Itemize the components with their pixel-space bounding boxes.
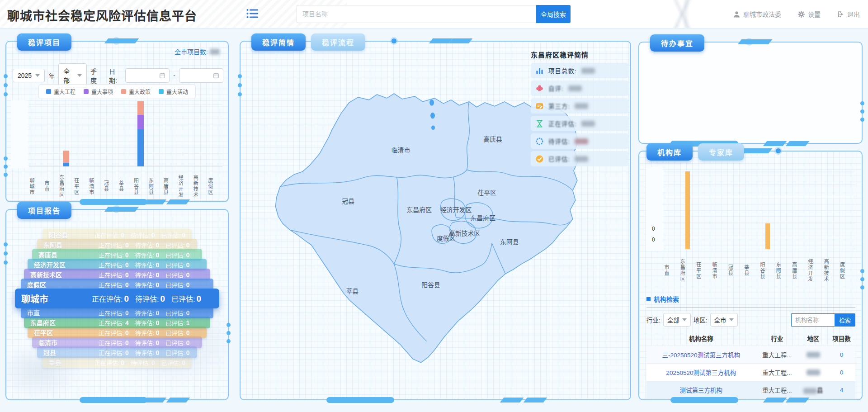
map-district-label[interactable]: 临清市 [392, 147, 410, 154]
org-name-link[interactable]: 20250520测试第三方机构 [666, 369, 736, 376]
map-district-label[interactable]: 东阿县 [500, 238, 519, 246]
tab-expert-library[interactable]: 专家库 [698, 143, 744, 161]
global-search-button[interactable]: 全局搜索 [536, 5, 571, 23]
table-header: 机构名称 [646, 331, 755, 346]
hourglass-icon [535, 119, 544, 128]
banner-region-name: 东昌府区 [30, 318, 85, 327]
search-input[interactable] [297, 5, 536, 23]
date-end-input[interactable] [179, 68, 223, 83]
map-district-label[interactable]: 东昌府区 [470, 215, 495, 222]
org-industry: 重大工程... [755, 381, 798, 399]
date-separator: - [173, 72, 175, 79]
map-district-label[interactable]: 茌平区 [477, 189, 496, 196]
banner-stats: 正在评估:0待评估:0已评估:0 [88, 328, 200, 337]
todo-empty-area [645, 48, 856, 137]
bar-segment [765, 223, 770, 249]
map-district-label[interactable]: 莘县 [346, 288, 359, 295]
map-district-label[interactable]: 经济开发区 [440, 206, 472, 213]
map-district-label[interactable]: 东昌府区 [406, 206, 432, 213]
user-name: 聊城市政法委 [743, 9, 781, 19]
industry-label: 行业: [646, 315, 660, 324]
x-axis-label: 东昌府区 [59, 169, 74, 204]
legend-swatch-icon [84, 89, 89, 94]
citywide-label: 全市项目数: [175, 47, 208, 56]
x-axis-label: 临清市 [712, 252, 727, 289]
x-axis-label: 度假区 [840, 252, 855, 289]
citywide-project-count: 全市项目数: [175, 47, 220, 56]
org-bar-chart: 00市直东昌府区茌平区临清市冠县莘县阳谷县东阿县高唐县经济开发高新技术度假区 [648, 171, 855, 289]
overlay-stat-row: 待评估: [531, 133, 628, 149]
settings-button[interactable]: 设置 [797, 9, 821, 19]
org-region [798, 346, 828, 364]
year-unit-label: 年 [48, 71, 55, 80]
logout-icon [837, 10, 844, 18]
x-axis-label: 阳谷县 [133, 169, 148, 204]
org-table: 机构名称行业地区项目数 三-20250520测试第三方机构重大工程...0202… [646, 331, 855, 398]
map-district-label[interactable]: 冠县 [342, 198, 354, 205]
overlay-stat-row: 正在评估: [531, 116, 628, 131]
banner-region-name: 高唐县 [38, 250, 93, 259]
chevron-down-icon [729, 318, 734, 321]
overlay-stat-label: 项目总数: [548, 66, 577, 75]
banner-stats: 正在评估:0待评估:0已评估:0 [98, 241, 191, 249]
table-row[interactable]: 三-20250520测试第三方机构重大工程...0 [646, 346, 855, 364]
bar-segment [685, 171, 690, 249]
org-name-input[interactable] [791, 313, 835, 327]
logout-button[interactable]: 退出 [837, 9, 860, 19]
panel-title-report: 项目报告 [17, 202, 71, 219]
table-row[interactable]: 20250520测试第三方机构重大工程...0 [646, 364, 855, 381]
banner-stats: 正在评估:0待评估:0已评估:0 [93, 338, 196, 347]
industry-select[interactable]: 全部 [663, 313, 691, 327]
map-district-label[interactable]: 高唐县 [483, 136, 502, 143]
overlay-stat-label: 已评估: [548, 154, 570, 163]
x-axis-label: 东阿县 [148, 169, 163, 204]
date-label: 日期: [109, 66, 122, 85]
year-select[interactable]: 2025 [13, 69, 45, 82]
user-menu[interactable]: 聊城市政法委 [733, 9, 781, 19]
map-district-label[interactable]: 度假区 [437, 235, 456, 242]
edit-icon [535, 102, 544, 110]
legend-item[interactable]: 重大政策 [121, 88, 151, 95]
header-actions: 聊城市政法委 设置 退出 [733, 0, 860, 28]
banner-stats: 正在评估:0待评估:0已评估:0 [98, 348, 191, 357]
table-header: 地区 [798, 331, 828, 346]
banner-region-name: 冠县 [43, 348, 98, 357]
report-banner-7[interactable]: 聊城市正在评估:0待评估:0已评估:0 [15, 289, 219, 308]
project-report-panel: 项目报告 阳谷县正在评估:0待评估:0已评估:0东阿县正在评估:0待评估:0已评… [5, 209, 229, 400]
x-axis-label: 聊城市 [29, 169, 44, 204]
overlay-stat-label: 第三方: [548, 101, 570, 110]
banner-region-name: 阳谷县 [49, 230, 94, 239]
gear-icon [797, 10, 805, 18]
overlay-stat-label: 正在评估: [548, 119, 577, 128]
org-name-link[interactable]: 测试第三方机构 [679, 387, 722, 394]
overlay-title: 东昌府区稳评简情 [531, 50, 628, 59]
report-carousel: 阳谷县正在评估:0待评估:0已评估:0东阿县正在评估:0待评估:0已评估:0高唐… [6, 231, 228, 395]
x-axis-label: 高新技术 [193, 169, 208, 204]
banner-region-name: 莘县 [49, 358, 94, 367]
tab-stability-flow[interactable]: 稳评流程 [311, 33, 365, 51]
tab-org-library[interactable]: 机构库 [646, 143, 693, 161]
region-select[interactable]: 全市 [710, 313, 738, 327]
legend-item[interactable]: 重大活动 [159, 88, 188, 95]
redacted-region [803, 388, 817, 394]
banner-stats: 正在评估:0待评估:0已评估:0 [93, 251, 196, 259]
region-label: 地区: [693, 315, 708, 324]
tab-stability-brief[interactable]: 稳评简情 [251, 33, 306, 51]
x-axis-label: 度假区 [208, 169, 222, 204]
x-axis-label: 东阿县 [775, 252, 791, 289]
banner-region-name: 高新技术区 [30, 270, 85, 279]
map-panel: 稳评简情 稳评流程 临清市高唐县茌平区冠县东昌府区经济开发区东昌府区高新技术区度… [240, 41, 631, 400]
redacted-value [581, 68, 595, 74]
org-search-button[interactable]: 检索 [835, 313, 855, 327]
legend-item[interactable]: 重大工程 [46, 88, 75, 95]
legend-item[interactable]: 重大事项 [84, 88, 113, 95]
date-start-input[interactable] [125, 68, 170, 83]
legend-swatch-icon [121, 89, 126, 94]
org-name-link[interactable]: 三-20250520测试第三方机构 [662, 352, 740, 359]
menu-icon[interactable] [246, 8, 258, 19]
citywide-value-redacted [210, 49, 220, 55]
flower-icon [535, 84, 544, 93]
org-search-heading: 机构检索 [646, 294, 855, 308]
map-district-label[interactable]: 阳谷县 [421, 281, 440, 289]
table-row[interactable]: 测试第三方机构重大工程...县4 [646, 381, 855, 399]
